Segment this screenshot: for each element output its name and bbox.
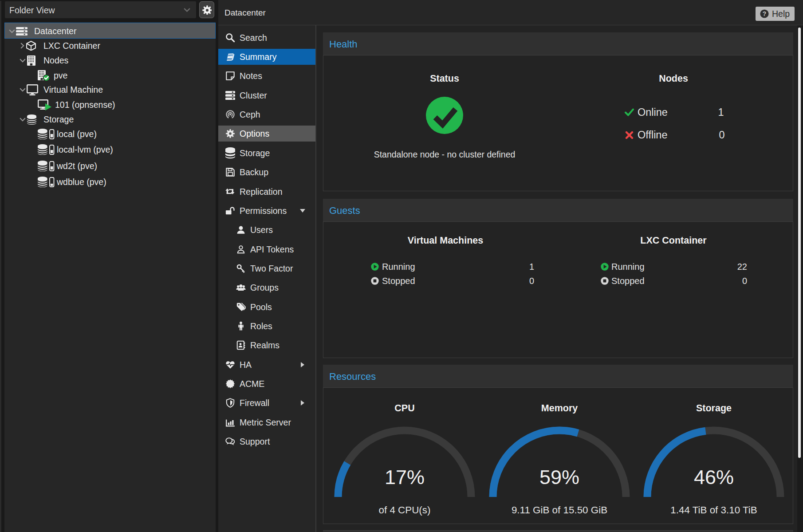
svg-text:?: ?	[763, 10, 767, 17]
